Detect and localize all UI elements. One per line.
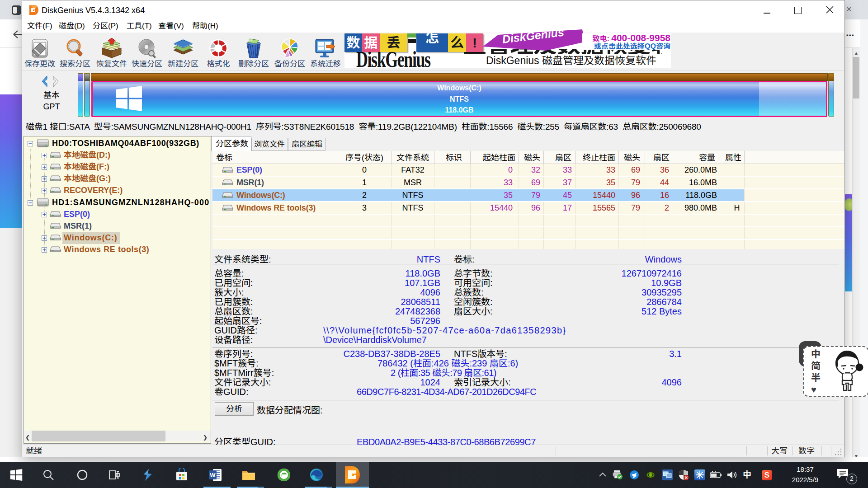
svg-text:W: W [210,472,216,479]
